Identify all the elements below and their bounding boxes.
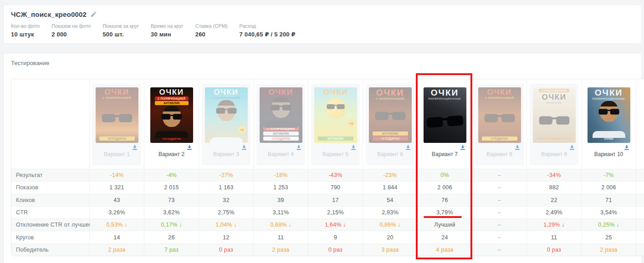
thumb-bottom-banner: АНТИБЛИК [263,132,299,136]
metric-cell-impressions: 882 [527,181,582,193]
metric-row-label: Кликов [11,194,90,206]
metric-cell-clicks: 32 [199,194,254,206]
metric-cell-clicks: 17 [308,194,363,206]
variant-header-cell: ОЧКИС ПОЛЯРИЗАЦИЕЙ+3 Вариант 3 [199,79,254,169]
variant-panel: ОЧКИС ПОЛЯРИЗАЦИЕЙАНТИБЛИК+3 ПОДАРКА Вар… [256,84,305,165]
download-icon[interactable] [460,144,466,151]
metric-cell-result: -4% [144,169,199,181]
metric-cell-result: -7% [582,169,636,181]
sunglasses-icon [271,104,291,111]
download-icon[interactable] [405,144,411,151]
pencil-icon[interactable] [90,11,97,18]
stat-block: Показов на фото 2 000 [51,23,91,38]
metric-row-label: CTR [11,206,90,218]
page: { "header": { "title": "ЧСЖ_поиск_крео00… [0,0,644,263]
thumb-title: ОЧКИ [424,88,466,97]
thumb-bottom-banner: ПОЛЯРИЗАЦИЯ UV400 [537,137,572,141]
stat-block: Кол-во фото 10 штук [11,23,40,38]
campaign-stats: Кол-во фото 10 штук Показов на фото 2 00… [11,23,634,38]
creative-thumbnail[interactable]: ОЧКИС ПОЛЯРИЗАЦИЕЙ+3 ПОДАРКА [96,87,138,143]
stat-label: Расход [240,23,296,29]
table-filler-cell [636,243,644,256]
creative-thumbnail[interactable]: ОЧКИПОЛЯРИЗАЦИОННЫЕUV400 [588,87,630,143]
download-icon[interactable] [514,144,521,151]
creative-thumbnail[interactable]: ОЧКИ+3АНТИБЛИК [314,87,357,143]
thumb-graphic: +3 [205,99,248,143]
variant-header-cell: ОЧКИС ПОЛЯРИЗАЦИЕЙАНТИБЛИК+3 ПОДАРКА Вар… [363,79,418,169]
metric-cell-winner: 2 раза [90,243,144,256]
metric-cell-clicks: 22 [527,194,582,206]
metric-cell-rounds: 25 [582,231,636,243]
creative-thumbnail[interactable]: ОЧКИС ПОЛЯРИЗАЦИЕЙ+3 [205,87,248,143]
creative-thumbnail[interactable]: ОЧКИПОЛЯРИЗАЦИОННЫЕ [424,87,466,143]
metric-cell-impressions: 1 321 [90,181,144,193]
metric-cell-result: -34% [527,169,582,181]
metric-cell-rounds: 14 [90,231,144,243]
creative-thumbnail[interactable]: ОЧКИС ПОЛЯРИЗАЦИЕЙАНТИБЛИК+3 ПОДАРКА [150,87,193,143]
download-icon[interactable] [132,144,138,151]
variant-label: Вариант 1 [92,151,141,157]
download-icon[interactable] [296,144,302,151]
creative-thumbnail[interactable]: ОЧКИС ПОЛЯРИЗАЦИЕЙАНТИБЛИК+3 ПОДАРКА [260,87,302,143]
variant-label: Вариант 6 [366,151,414,157]
thumb-graphic [424,100,466,143]
sunglasses-icon [375,110,406,121]
metric-cell-winner: – [472,243,527,256]
thumb-bottom-banner: АНТИБЛИК [373,132,408,136]
variant-header-cell: ОЧКИПОЛЯРИЗАЦИОННЫЕ Вариант 7 [418,79,472,169]
stat-value: 500 шт. [102,31,139,38]
metric-cell-clicks: 76 [418,194,472,206]
thumb-bottom-banner: 3 ПОДАРКА [482,137,517,141]
table-filler-cell [636,79,644,169]
table-filler-cell [636,231,644,243]
download-icon[interactable] [186,144,193,151]
creative-thumbnail[interactable]: ОЧКИС ПОЛЯРИЗАЦИЕЙАНТИБЛИК+3 ПОДАРКА [369,87,412,143]
thumb-title: ОЧКИ [533,93,576,101]
metric-cell-impressions: 1 163 [199,181,254,193]
stat-label: Кол-во фото [11,23,40,29]
sunglasses-icon [484,112,515,123]
table-filler-cell [636,218,644,231]
thumb-bottom-banner: +3 ПОДАРКА [263,137,299,141]
thumb-title: ОЧКИ [314,88,357,96]
sunglasses-icon [426,114,464,130]
metric-cell-winner: 2 раза [254,243,308,256]
metric-cell-deviation: 1,29% ↓ [527,218,582,231]
metric-cell-clicks: 73 [144,194,199,206]
metric-cell-impressions: 2 006 [418,181,472,193]
metric-cell-result: 0% [418,169,472,181]
metric-cell-result: -23% [363,169,418,181]
metric-row-label: Кругов [11,231,90,243]
download-icon[interactable] [624,144,630,151]
thumb-title: ОЧКИ [205,88,248,96]
sunglasses-icon [598,108,619,116]
thumb-banner: С ПОЛЯРИЗАЦИЕЙ [155,96,189,101]
download-icon[interactable] [241,144,247,151]
download-icon[interactable] [350,144,357,151]
metric-cell-winner: 2 раза [582,243,636,256]
thumb-title: ОЧКИ [260,88,302,96]
creative-thumbnail[interactable]: СОЛНЦЕЗАЩИТНЫЕОЧКИМУЖСКИЕПОЛЯРИЗАЦИЯ UV4… [533,87,576,143]
download-icon[interactable] [569,144,575,151]
thumb-graphic [369,100,412,132]
stat-block: Время на круг 30 мин [151,23,184,38]
variant-header-cell: ОЧКИС ПОЛЯРИЗАЦИЕЙ+3 ПОДАРКА Вариант 1 [90,79,144,169]
stat-value: 30 мин [151,31,184,38]
metric-cell-result: -43% [308,169,363,181]
thumb-title: ОЧКИ [150,88,193,96]
sunglasses-icon [539,115,570,126]
page-title: ЧСЖ_поиск_крео0002 [11,10,87,18]
stat-block: Ставка (CPM) 260 [195,23,228,38]
metric-cell-deviation: 1,64% ↓ [308,218,363,231]
metric-cell-ctr: 2,75% [199,206,254,218]
thumb-graphic [150,105,193,137]
variant-panel: СОЛНЦЕЗАЩИТНЫЕОЧКИМУЖСКИЕПОЛЯРИЗАЦИЯ UV4… [530,84,578,165]
variant-label: Вариант 4 [256,151,305,157]
table-filler-cell [636,194,644,206]
metric-cell-result: -14% [90,169,144,181]
table-filler-cell [636,181,644,193]
creative-thumbnail[interactable]: ОЧКИС ПОЛЯРИЗАЦИЕЙ3 ПОДАРКА [478,87,521,143]
variant-panel: ОЧКИ+3АНТИБЛИК Вариант 5 [311,84,360,165]
metric-cell-impressions: 790 [308,181,363,193]
thumb-title: ОЧКИ [96,88,138,96]
